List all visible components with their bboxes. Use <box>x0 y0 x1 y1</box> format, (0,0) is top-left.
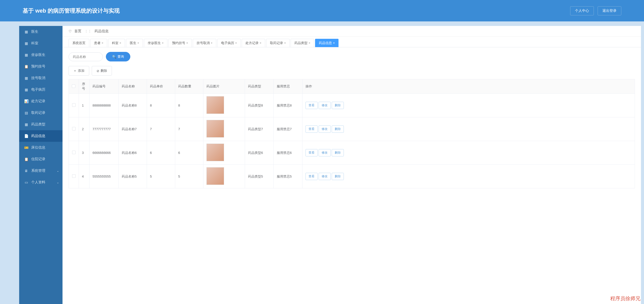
delete-button[interactable]: ⊘ 删除 <box>92 66 112 76</box>
sidebar-item-7[interactable]: ▤取药记录 <box>19 107 63 119</box>
close-icon[interactable]: × <box>211 41 212 45</box>
bars-icon: 📊 <box>24 99 28 103</box>
sidebar-item-4[interactable]: ▦挂号取消 <box>19 72 63 84</box>
close-icon[interactable]: × <box>162 41 164 45</box>
tab-9[interactable]: 取药记录× <box>266 39 290 47</box>
data-table: 序号 药品编号 药品名称 药品单价 药品数量 药品图片 药品类型 服用禁忌 操作… <box>69 79 635 188</box>
cell-code: 5555555555 <box>89 165 119 188</box>
tab-10[interactable]: 药品类型× <box>291 39 314 47</box>
cell-ops: 查看修改删除 <box>302 141 635 165</box>
sidebar-item-1[interactable]: ▦科室 <box>19 38 63 49</box>
cell-code: 6666666666 <box>89 141 119 165</box>
close-icon[interactable]: × <box>137 41 139 45</box>
tab-1[interactable]: 患者× <box>90 39 107 47</box>
circle-minus-icon: ⊘ <box>97 69 99 73</box>
close-icon[interactable]: × <box>333 41 335 45</box>
row-checkbox[interactable] <box>72 151 76 154</box>
sidebar-item-3[interactable]: 📋预约挂号 <box>19 61 63 72</box>
col-code: 药品编号 <box>89 79 119 94</box>
tab-4[interactable]: 坐诊医生× <box>144 39 167 47</box>
cell-taboo: 服用禁忌7 <box>274 117 302 141</box>
tab-7[interactable]: 电子病历× <box>217 39 241 47</box>
profile-button[interactable]: 个人中心 <box>570 6 594 15</box>
sidebar-item-13[interactable]: ▭个人资料⌄ <box>19 177 63 188</box>
tab-8[interactable]: 处方记录× <box>242 39 265 47</box>
row-delete-button[interactable]: 删除 <box>332 149 344 156</box>
row-checkbox[interactable] <box>72 174 76 178</box>
cell-qty: 6 <box>175 141 203 165</box>
cell-taboo: 服用禁忌6 <box>274 141 302 165</box>
close-icon[interactable]: × <box>284 41 286 45</box>
sidebar-item-6[interactable]: 📊处方记录 <box>19 95 63 107</box>
sidebar-item-10[interactable]: 🎫床位信息 <box>19 142 63 153</box>
table-header-row: 序号 药品编号 药品名称 药品单价 药品数量 药品图片 药品类型 服用禁忌 操作 <box>69 79 635 94</box>
table-row: 45555555555药品名称555药品类型5服用禁忌5查看修改删除 <box>69 165 635 188</box>
sidebar-item-9[interactable]: 📄药品信息 <box>19 130 63 142</box>
row-checkbox[interactable] <box>72 103 76 107</box>
clipboard-icon: 📋 <box>24 64 28 69</box>
col-ops: 操作 <box>302 79 635 94</box>
search-button-label: 查询 <box>117 54 124 59</box>
breadcrumb-home[interactable]: 首页 <box>74 29 81 33</box>
card-icon: ▭ <box>24 180 28 184</box>
cell-seq: 1 <box>79 94 89 117</box>
tab-11[interactable]: 药品信息× <box>315 39 339 47</box>
col-img: 药品图片 <box>203 79 245 94</box>
product-thumbnail <box>206 120 224 138</box>
sidebar-item-2[interactable]: ▦坐诊医生 <box>19 49 63 61</box>
sidebar-item-label: 住院记录 <box>31 157 45 161</box>
tab-label: 药品信息 <box>319 41 332 45</box>
close-icon[interactable]: × <box>309 41 310 45</box>
tabs: 系统首页患者×科室×医生×坐诊医生×预约挂号×挂号取消×电子病历×处方记录×取药… <box>63 37 641 47</box>
search-button[interactable]: 🔍 查询 <box>106 52 130 61</box>
row-checkbox[interactable] <box>72 127 76 130</box>
cell-name: 药品名称8 <box>119 94 147 117</box>
view-button[interactable]: 查看 <box>305 102 318 109</box>
sidebar-item-12[interactable]: 🖥系统管理⌄ <box>19 165 63 177</box>
cell-ops: 查看修改删除 <box>302 165 635 188</box>
close-icon[interactable]: × <box>260 41 261 45</box>
sidebar-item-0[interactable]: ▦医生 <box>19 26 63 38</box>
watermark: 程序员徐师兄 <box>610 295 640 302</box>
view-button[interactable]: 查看 <box>305 125 318 133</box>
tab-2[interactable]: 科室× <box>108 39 125 47</box>
edit-button[interactable]: 修改 <box>319 125 331 133</box>
row-delete-button[interactable]: 删除 <box>332 125 344 133</box>
close-icon[interactable]: × <box>119 41 121 45</box>
edit-button[interactable]: 修改 <box>319 149 331 156</box>
close-icon[interactable]: × <box>186 41 188 45</box>
cell-seq: 4 <box>79 165 89 188</box>
view-button[interactable]: 查看 <box>305 149 318 156</box>
logout-button[interactable]: 退出登录 <box>598 6 621 15</box>
sidebar-item-8[interactable]: ▦药品类型 <box>19 119 63 130</box>
tab-3[interactable]: 医生× <box>126 39 143 47</box>
row-delete-button[interactable]: 删除 <box>332 173 344 180</box>
cell-img <box>203 165 245 188</box>
tab-label: 科室 <box>112 41 118 45</box>
add-button-label: 添加 <box>78 69 84 73</box>
view-button[interactable]: 查看 <box>305 173 318 180</box>
sidebar-item-label: 坐诊医生 <box>31 53 45 57</box>
cell-code: 8888888888 <box>89 94 119 117</box>
tab-0[interactable]: 系统首页 <box>69 39 89 47</box>
close-icon[interactable]: × <box>102 41 103 45</box>
close-icon[interactable]: × <box>235 41 237 45</box>
edit-button[interactable]: 修改 <box>319 102 331 109</box>
edit-button[interactable]: 修改 <box>319 173 331 180</box>
sidebar-item-11[interactable]: 📋住院记录 <box>19 153 63 165</box>
tab-6[interactable]: 挂号取消× <box>193 39 216 47</box>
row-delete-button[interactable]: 删除 <box>332 102 344 109</box>
tab-5[interactable]: 预约挂号× <box>168 39 192 47</box>
add-button[interactable]: ＋ 添加 <box>69 66 89 76</box>
tab-label: 挂号取消 <box>197 41 210 45</box>
select-all-checkbox[interactable] <box>72 84 75 88</box>
tab-label: 坐诊医生 <box>148 41 161 45</box>
tab-label: 患者 <box>94 41 101 45</box>
delete-button-label: 删除 <box>101 69 107 73</box>
col-name: 药品名称 <box>119 79 147 94</box>
tab-label: 系统首页 <box>72 41 85 45</box>
sidebar-item-5[interactable]: ▦电子病历 <box>19 84 63 95</box>
tab-label: 处方记录 <box>246 41 259 45</box>
breadcrumb-separator: ⋮⋮ <box>84 29 91 33</box>
search-input[interactable] <box>69 52 103 61</box>
